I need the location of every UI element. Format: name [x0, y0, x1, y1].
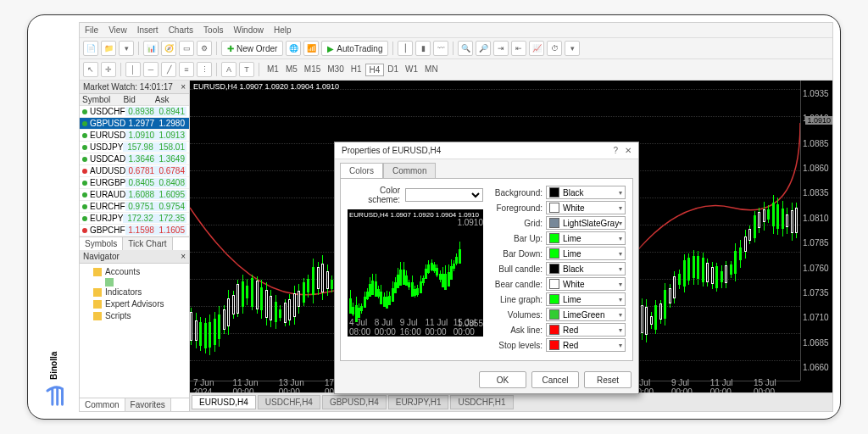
- timeframe-MN[interactable]: MN: [421, 64, 442, 76]
- timeframe-M15[interactable]: M15: [301, 64, 324, 76]
- color-label-1: Foreground:: [493, 203, 542, 213]
- cancel-button[interactable]: Cancel: [531, 371, 579, 388]
- menu-window[interactable]: Window: [233, 25, 264, 35]
- nav-expert-advisors[interactable]: Expert Advisors: [83, 298, 186, 310]
- candle-chart-icon[interactable]: ▮: [415, 41, 431, 56]
- symbol-row-AUDUSD[interactable]: AUDUSD0.67810.6784: [80, 165, 189, 177]
- color-select-3[interactable]: Lime: [546, 231, 626, 245]
- tab-common[interactable]: Common: [80, 398, 125, 411]
- help-icon[interactable]: ?: [613, 146, 618, 155]
- text-label-icon[interactable]: T: [239, 62, 254, 77]
- timeframe-M30[interactable]: M30: [324, 64, 347, 76]
- color-label-0: Background:: [493, 188, 542, 198]
- brand-logo: Binolla: [35, 22, 72, 412]
- hline-icon[interactable]: ─: [143, 62, 159, 77]
- color-select-8[interactable]: LimeGreen: [546, 308, 626, 321]
- navigator-tree: Accounts Indicators Expert Advisors Scri…: [80, 264, 189, 333]
- close-icon[interactable]: ×: [181, 252, 186, 261]
- timeframe-D1[interactable]: D1: [384, 64, 402, 76]
- symbol-row-USDCHF[interactable]: USDCHF0.89380.8941: [80, 106, 189, 118]
- text-icon[interactable]: A: [221, 62, 236, 77]
- channel-icon[interactable]: ≡: [179, 62, 194, 77]
- autotrading-button[interactable]: ▶AutoTrading: [321, 41, 388, 56]
- chart-tab-2[interactable]: GBPUSD,H4: [322, 395, 387, 409]
- dlg-tab-common[interactable]: Common: [383, 163, 437, 178]
- chart-tab-3[interactable]: EURJPY,H1: [388, 395, 449, 409]
- profiles-icon[interactable]: ▾: [119, 41, 134, 56]
- timeframe-M1[interactable]: M1: [264, 64, 282, 76]
- toolbar-2: ↖ ✛ │ ─ ╱ ≡ ⋮ A T M1M5M15M30H1H4D1W1MN: [80, 59, 832, 81]
- nav-indicators[interactable]: Indicators: [83, 287, 186, 298]
- tab-tick-chart[interactable]: Tick Chart: [123, 237, 172, 250]
- shift-icon[interactable]: ⇤: [511, 41, 526, 56]
- chart-tab-1[interactable]: USDCHF,H4: [258, 395, 320, 409]
- symbol-row-GBPCHF[interactable]: GBPCHF1.15981.1605: [80, 225, 189, 236]
- symbol-row-EURAUD[interactable]: EURAUD1.60881.6095: [80, 189, 189, 201]
- zoom-out-icon[interactable]: 🔎: [476, 41, 491, 56]
- color-select-10[interactable]: Red: [546, 338, 626, 352]
- tester-icon[interactable]: ⚙: [197, 41, 212, 56]
- timeframe-H1[interactable]: H1: [348, 64, 365, 76]
- color-select-9[interactable]: Red: [546, 323, 626, 337]
- color-select-5[interactable]: Black: [546, 262, 626, 275]
- line-chart-icon[interactable]: 〰: [433, 41, 448, 56]
- color-select-0[interactable]: Black: [546, 186, 626, 199]
- symbol-row-GBPUSD[interactable]: GBPUSD1.29771.2980: [80, 118, 189, 130]
- color-label-9: Ask line:: [493, 326, 542, 335]
- terminal-icon[interactable]: ▭: [179, 41, 194, 56]
- tab-favorites[interactable]: Favorites: [125, 398, 171, 411]
- tab-symbols[interactable]: Symbols: [80, 237, 123, 250]
- y-axis: 1.09351.09101.08851.08601.08351.08101.07…: [800, 81, 832, 381]
- new-order-button[interactable]: ✚New Order: [221, 41, 283, 56]
- timeframe-M5[interactable]: M5: [282, 64, 301, 76]
- symbol-row-USDCAD[interactable]: USDCAD1.36461.3649: [80, 153, 189, 165]
- crosshair-icon[interactable]: ✛: [101, 62, 116, 77]
- nav-account-child[interactable]: [83, 278, 186, 287]
- periods-icon[interactable]: ⏱: [547, 41, 562, 56]
- menu-insert[interactable]: Insert: [137, 25, 159, 35]
- menu-tools[interactable]: Tools: [203, 25, 223, 35]
- timeframe-H4[interactable]: H4: [365, 64, 385, 76]
- symbol-row-EURCHF[interactable]: EURCHF0.97510.9754: [80, 201, 189, 213]
- menu-file[interactable]: File: [85, 25, 98, 35]
- color-select-2[interactable]: LightSlateGray: [546, 216, 626, 230]
- color-select-7[interactable]: Lime: [546, 292, 626, 306]
- color-select-4[interactable]: Lime: [546, 247, 626, 260]
- ok-button[interactable]: OK: [479, 371, 526, 388]
- autoscroll-icon[interactable]: ⇥: [493, 41, 509, 56]
- reset-button[interactable]: Reset: [584, 371, 632, 388]
- timeframe-W1[interactable]: W1: [402, 64, 421, 76]
- close-icon[interactable]: ×: [181, 82, 186, 92]
- color-select-1[interactable]: White: [546, 201, 626, 214]
- metaquotes-icon[interactable]: 🌐: [286, 41, 301, 56]
- symbol-row-USDJPY[interactable]: USDJPY157.98158.01: [80, 142, 189, 153]
- open-icon[interactable]: 📁: [101, 41, 116, 56]
- menu-help[interactable]: Help: [274, 25, 292, 35]
- chart-tab-4[interactable]: USDCHF,H1: [450, 395, 513, 409]
- dlg-tab-colors[interactable]: Colors: [340, 163, 383, 178]
- signals-icon[interactable]: 📶: [303, 41, 319, 56]
- indicators-icon[interactable]: 📈: [529, 41, 544, 56]
- close-icon[interactable]: ✕: [625, 146, 632, 155]
- vline-icon[interactable]: │: [125, 62, 141, 77]
- fibo-icon[interactable]: ⋮: [197, 62, 212, 77]
- nav-accounts[interactable]: Accounts: [83, 266, 186, 278]
- trendline-icon[interactable]: ╱: [161, 62, 176, 77]
- new-chart-icon[interactable]: 📄: [83, 41, 98, 56]
- symbol-row-EURUSD[interactable]: EURUSD1.09101.0913: [80, 130, 189, 142]
- symbol-row-EURJPY[interactable]: EURJPY172.32172.35: [80, 213, 189, 225]
- chart-tab-0[interactable]: EURUSD,H4: [192, 395, 256, 409]
- price-tag: 1.0910: [805, 116, 832, 125]
- navigator-icon[interactable]: 🧭: [161, 41, 176, 56]
- bar-chart-icon[interactable]: ⎮: [398, 41, 413, 56]
- menu-view[interactable]: View: [108, 25, 127, 35]
- zoom-in-icon[interactable]: 🔍: [458, 41, 473, 56]
- market-watch-icon[interactable]: 📊: [143, 41, 159, 56]
- cursor-icon[interactable]: ↖: [83, 62, 98, 77]
- symbol-row-EURGBP[interactable]: EURGBP0.84050.8408: [80, 177, 189, 189]
- templates-icon[interactable]: ▾: [565, 41, 580, 56]
- nav-scripts[interactable]: Scripts: [83, 310, 186, 322]
- color-select-6[interactable]: White: [546, 277, 626, 291]
- color-scheme-select[interactable]: [405, 188, 483, 202]
- menu-charts[interactable]: Charts: [169, 25, 193, 35]
